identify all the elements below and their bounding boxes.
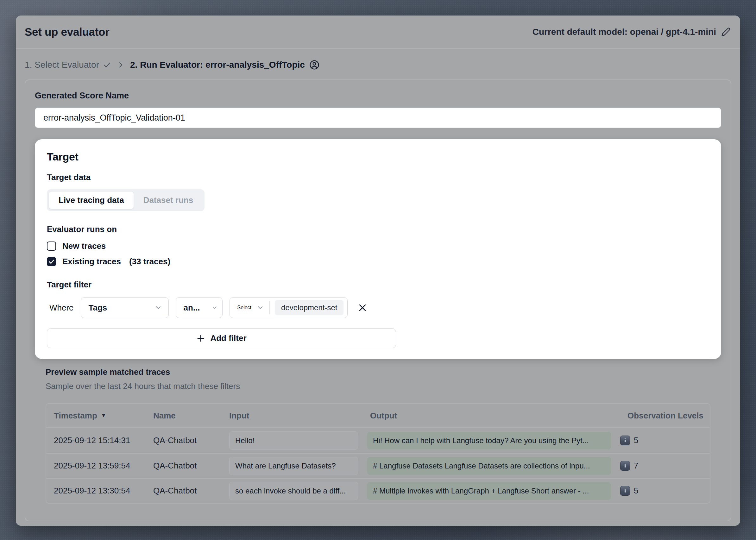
run-evaluator-step-panel: Generated Score Name Target Target data … [25,79,731,521]
default-model-area: Current default model: openai / gpt-4.1-… [532,27,731,37]
breadcrumb-step1-label: 1. Select Evaluator [25,60,99,70]
info-badge-icon [620,461,630,471]
score-name-input[interactable] [35,108,721,128]
chevron-down-icon [212,305,218,311]
column-header-output: Output [363,411,616,421]
input-cell: so each invoke should be a diff... [229,482,358,500]
edit-model-button[interactable] [721,27,731,37]
preview-subtitle: Sample over the last 24 hours that match… [46,381,710,391]
observation-count: 5 [634,436,638,445]
tab-dataset-runs[interactable]: Dataset runs [134,192,203,209]
chevron-down-icon [256,304,264,312]
chevron-right-icon [117,61,124,69]
new-traces-checkbox[interactable] [47,241,56,251]
divider [269,301,270,314]
new-traces-label: New traces [63,241,106,251]
user-circle-icon [309,60,319,70]
name-cell: QA-Chatbot [146,461,222,471]
table-header-row: Timestamp ▼ Name Input Output Observatio… [46,404,710,428]
timestamp-cell: 2025-09-12 15:14:31 [46,436,146,445]
timestamp-cell: 2025-09-12 13:30:54 [46,486,146,496]
filter-column-select[interactable]: Tags [81,297,169,318]
table-row[interactable]: 2025-09-12 15:14:31 QA-Chatbot Hello! Hi… [46,428,710,453]
chevron-down-icon [154,304,162,312]
add-filter-button[interactable]: Add filter [47,328,396,348]
existing-traces-label: Existing traces [63,257,121,267]
table-row[interactable]: 2025-09-12 13:30:54 QA-Chatbot so each i… [46,478,710,503]
filter-column-value: Tags [89,303,107,313]
filter-value-select[interactable]: Select development-set [229,297,348,318]
target-filter-label: Target filter [47,280,709,290]
column-header-timestamp[interactable]: Timestamp ▼ [46,411,146,421]
name-cell: QA-Chatbot [146,486,222,496]
breadcrumb-step2-label: 2. Run Evaluator: error-analysis_OffTopi… [130,60,305,70]
column-header-input: Input [222,411,363,421]
target-title: Target [47,151,709,163]
page-title: Set up evaluator [25,26,109,38]
output-cell: Hi! How can I help with Langfuse today? … [367,431,611,450]
option-new-traces: New traces [47,241,709,251]
existing-traces-count: (33 traces) [129,257,170,267]
filter-value-chip: development-set [275,300,344,315]
score-name-label: Generated Score Name [35,91,721,101]
add-filter-label: Add filter [210,333,246,343]
preview-title: Preview sample matched traces [46,367,710,377]
tab-live-tracing-data[interactable]: Live tracing data [49,191,134,209]
input-cell: What are Langfuse Datasets? [229,457,358,475]
app-background: Set up evaluator Current default model: … [0,0,756,540]
evaluator-runs-on-label: Evaluator runs on [47,224,709,234]
info-badge-icon [620,486,630,496]
breadcrumb-step-select-evaluator[interactable]: 1. Select Evaluator [25,60,111,70]
checkmark-icon [48,258,55,265]
sort-desc-icon: ▼ [101,412,106,419]
column-header-name: Name [146,411,222,421]
dialog-header: Set up evaluator Current default model: … [16,16,740,49]
column-header-observation-levels: Observation Levels [616,411,710,421]
breadcrumb-step-run-evaluator: 2. Run Evaluator: error-analysis_OffTopi… [130,60,319,70]
timestamp-header-label: Timestamp [54,411,97,421]
filter-value-placeholder: Select [237,305,251,311]
target-card: Target Target data Live tracing data Dat… [35,139,721,359]
default-model-label: Current default model: openai / gpt-4.1-… [532,27,716,37]
close-icon [358,303,367,313]
check-icon [103,61,111,69]
filter-condition-row: Where Tags an... Select [47,297,709,318]
output-cell: # Langfuse Datasets Langfuse Datasets ar… [367,457,611,475]
existing-traces-checkbox[interactable] [47,257,56,266]
observation-levels-cell: 5 [616,436,710,445]
target-data-label: Target data [47,173,709,182]
matched-traces-table: Timestamp ▼ Name Input Output Observatio… [46,403,710,504]
plus-icon [196,334,205,343]
remove-filter-button[interactable] [356,301,369,314]
filter-where-label: Where [47,303,74,313]
table-row[interactable]: 2025-09-12 13:59:54 QA-Chatbot What are … [46,453,710,478]
preview-section: Preview sample matched traces Sample ove… [46,367,710,504]
input-cell: Hello! [229,431,358,450]
info-badge-icon [620,436,630,445]
target-data-tabs: Live tracing data Dataset runs [47,189,205,211]
filter-operator-select[interactable]: an... [176,297,223,318]
filter-operator-value: an... [184,303,200,313]
observation-count: 5 [634,486,638,496]
observation-levels-cell: 5 [616,486,710,496]
breadcrumb: 1. Select Evaluator 2. Run Evaluator: er… [16,49,740,79]
pencil-icon [721,27,731,37]
observation-levels-cell: 7 [616,461,710,471]
name-cell: QA-Chatbot [146,436,222,445]
setup-evaluator-dialog: Set up evaluator Current default model: … [16,16,740,526]
output-cell: # Multiple invokes with LangGraph + Lang… [367,482,611,500]
timestamp-cell: 2025-09-12 13:59:54 [46,461,146,471]
option-existing-traces: Existing traces (33 traces) [47,257,709,267]
observation-count: 7 [634,461,638,471]
